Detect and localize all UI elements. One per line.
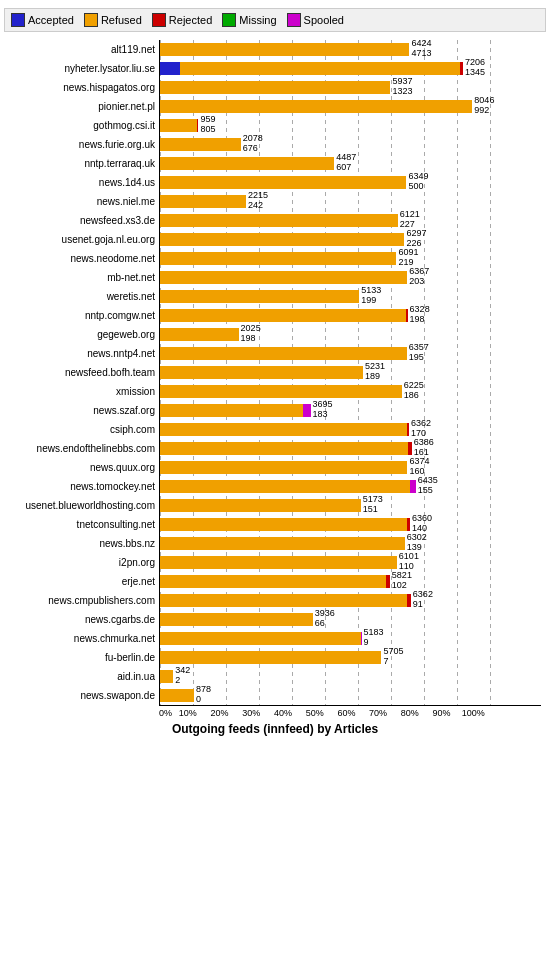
bar-numbers: 6360140 xyxy=(412,514,432,534)
bar-numbers: 5821102 xyxy=(392,571,412,591)
bar-row: news.endofthelinebbs.com6386161 xyxy=(160,439,541,457)
bar-segment-refused xyxy=(160,651,381,664)
bar-row: news.1d4.us6349500 xyxy=(160,173,541,191)
bar-number: 500 xyxy=(408,182,428,192)
bar-segment-refused xyxy=(160,670,173,683)
bar-label: news.endofthelinebbs.com xyxy=(3,443,155,454)
bar-row: csiph.com6362170 xyxy=(160,420,541,438)
bar-segment-refused xyxy=(160,442,408,455)
bar-label: news.neodome.net xyxy=(3,253,155,264)
bar-numbers: 6297226 xyxy=(406,229,426,249)
bar-label: usenet.goja.nl.eu.org xyxy=(3,234,155,245)
bar-segment-refused xyxy=(160,594,407,607)
bar-number: 102 xyxy=(392,581,412,591)
bar-label: news.cmpublishers.com xyxy=(3,595,155,606)
bar-number: 66 xyxy=(315,619,335,629)
bar-number: 1345 xyxy=(465,68,485,78)
bar-numbers: 6367203 xyxy=(409,267,429,287)
bar-label: news.quux.org xyxy=(3,462,155,473)
legend-color xyxy=(287,13,301,27)
legend-label: Rejected xyxy=(169,14,212,26)
chart-area: alt119.net64244713nyheter.lysator.liu.se… xyxy=(4,40,546,718)
bar-segment-refused xyxy=(160,556,397,569)
bar-segment-rejected xyxy=(197,119,198,132)
bar-label: csiph.com xyxy=(3,424,155,435)
legend: AcceptedRefusedRejectedMissingSpooled xyxy=(4,8,546,32)
axis-title: Outgoing feeds (innfeed) by Articles xyxy=(4,722,546,736)
bar-segment-refused xyxy=(160,43,409,56)
x-axis-label: 70% xyxy=(362,708,394,718)
bar-segment-refused xyxy=(160,537,405,550)
bar-row: news.tomockey.net6435155 xyxy=(160,477,541,495)
bar-numbers: 4487607 xyxy=(336,153,356,173)
bar-segment-refused xyxy=(160,176,406,189)
bar-segment-refused xyxy=(160,689,194,702)
bar-label: news.hispagatos.org xyxy=(3,82,155,93)
bar-segment-refused xyxy=(160,195,246,208)
bar-row: usenet.blueworldhosting.com5173151 xyxy=(160,496,541,514)
bar-number: 805 xyxy=(200,125,215,135)
bar-number: 242 xyxy=(248,201,268,211)
bar-number: 198 xyxy=(410,315,430,325)
bar-row: pionier.net.pl8046992 xyxy=(160,97,541,115)
bar-label: nntp.comgw.net xyxy=(3,310,155,321)
bar-label: gegeweb.org xyxy=(3,329,155,340)
bar-row: erje.net5821102 xyxy=(160,572,541,590)
bar-row: news.hispagatos.org59371323 xyxy=(160,78,541,96)
bar-row: fu-berlin.de57057 xyxy=(160,648,541,666)
bar-number: 91 xyxy=(413,600,433,610)
bar-number: 189 xyxy=(365,372,385,382)
bar-label: news.tomockey.net xyxy=(3,481,155,492)
bar-segment-refused xyxy=(160,119,197,132)
x-axis-label: 30% xyxy=(235,708,267,718)
bar-numbers: 6328198 xyxy=(410,305,430,325)
bar-number: 992 xyxy=(474,106,494,116)
bar-numbers: 72061345 xyxy=(465,58,485,78)
bar-label: fu-berlin.de xyxy=(3,652,155,663)
legend-label: Refused xyxy=(101,14,142,26)
bar-number: 4713 xyxy=(411,49,431,59)
bar-label: nntp.terraraq.uk xyxy=(3,158,155,169)
bar-segment-rejected xyxy=(386,575,390,588)
bar-row: tnetconsulting.net6360140 xyxy=(160,515,541,533)
bar-number: 199 xyxy=(361,296,381,306)
bar-segment-refused xyxy=(160,461,407,474)
bar-numbers: 3422 xyxy=(175,666,190,686)
bar-numbers: 5133199 xyxy=(361,286,381,306)
x-axis-label: 10% xyxy=(172,708,204,718)
bar-segment-spooled xyxy=(303,404,310,417)
bar-row: nntp.comgw.net6328198 xyxy=(160,306,541,324)
bar-segment-refused xyxy=(160,347,407,360)
bar-segment-rejected xyxy=(460,62,463,75)
bar-row: xmission6225186 xyxy=(160,382,541,400)
bar-label: i2pn.org xyxy=(3,557,155,568)
bar-numbers: 3695183 xyxy=(313,400,333,420)
x-axis-label: 60% xyxy=(331,708,363,718)
bar-row: newsfeed.bofh.team5231189 xyxy=(160,363,541,381)
bar-segment-refused xyxy=(160,518,407,531)
bar-segment-refused xyxy=(160,385,402,398)
bar-number: 7 xyxy=(383,657,403,667)
bar-numbers: 6362170 xyxy=(411,419,431,439)
bar-numbers: 6091219 xyxy=(398,248,418,268)
bar-number: 1323 xyxy=(392,87,412,97)
bar-numbers: 636291 xyxy=(413,590,433,610)
bar-segment-refused xyxy=(160,404,303,417)
bar-segment-rejected xyxy=(407,594,411,607)
bar-numbers: 51839 xyxy=(364,628,384,648)
bar-row: news.niel.me2215242 xyxy=(160,192,541,210)
bar-segment-accepted xyxy=(160,62,180,75)
bar-number: 9 xyxy=(364,638,384,648)
bar-segment-refused xyxy=(160,575,386,588)
bar-segment-refused xyxy=(160,480,410,493)
bar-label: news.cgarbs.de xyxy=(3,614,155,625)
bar-segment-refused xyxy=(160,290,359,303)
bar-row: alt119.net64244713 xyxy=(160,40,541,58)
bar-number: 198 xyxy=(241,334,261,344)
bar-segment-refused xyxy=(160,157,334,170)
bar-row: usenet.goja.nl.eu.org6297226 xyxy=(160,230,541,248)
bar-row: nyheter.lysator.liu.se72061345 xyxy=(160,59,541,77)
bar-row: news.swapon.de8780 xyxy=(160,686,541,704)
legend-item-spooled: Spooled xyxy=(287,13,344,27)
legend-color xyxy=(222,13,236,27)
